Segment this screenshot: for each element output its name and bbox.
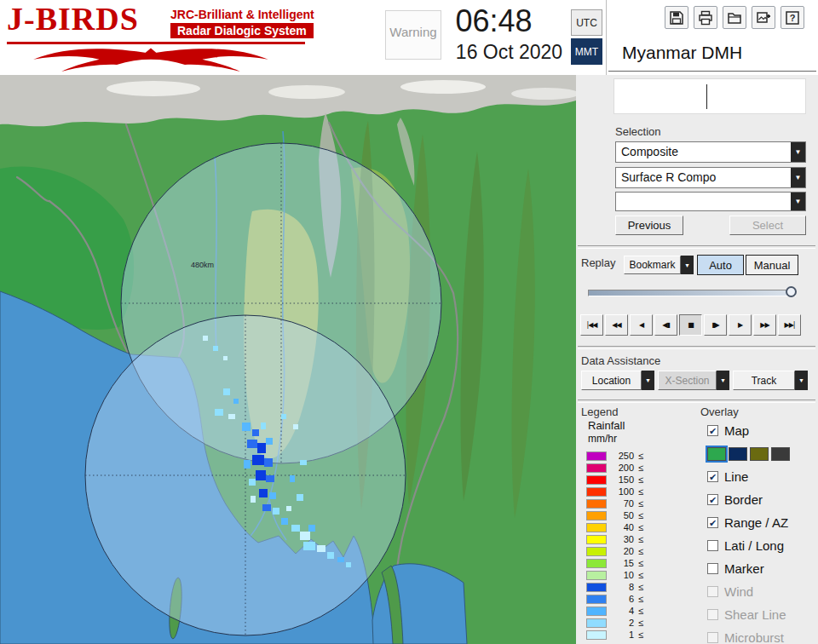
legend-unit: mm/hr — [588, 433, 617, 445]
playback-play-button[interactable]: ▶ — [729, 314, 752, 336]
bookmark-button-label[interactable]: Bookmark — [624, 256, 681, 274]
select-button[interactable]: Select — [729, 216, 806, 235]
playback-fast-forward-button[interactable]: ▶▶ — [753, 314, 776, 336]
legend-title: Rainfall — [588, 419, 625, 432]
overlay-marker[interactable]: Marker — [707, 561, 816, 577]
legend-entry: 100≤ — [586, 486, 643, 497]
chevron-down-icon[interactable]: ▼ — [791, 142, 805, 162]
legend-entry: 20≤ — [586, 545, 643, 557]
divider — [578, 400, 815, 403]
legend-color-swatch — [586, 595, 607, 604]
radar-map-display[interactable]: 480km — [0, 75, 576, 644]
checkbox[interactable]: ✔ — [707, 517, 718, 528]
chevron-down-icon[interactable]: ▼ — [791, 168, 805, 187]
playback-forward-to-end-button[interactable]: ▶▶| — [778, 314, 801, 336]
product-dropdown-value: Composite — [621, 145, 678, 158]
divider — [578, 346, 815, 349]
playback-step-forward-button[interactable]: ▮▶ — [704, 314, 727, 336]
playback-step-back-button[interactable]: ◀▮ — [654, 314, 677, 336]
legend-value: 15 — [608, 558, 634, 568]
playback-fast-rewind-button[interactable]: ◀◀ — [605, 314, 628, 336]
save-icon[interactable] — [665, 6, 688, 29]
overlay-line[interactable]: ✔Line — [707, 469, 816, 485]
map-style-swatch[interactable] — [771, 447, 790, 461]
track-button-label[interactable]: Track — [733, 371, 795, 390]
legend-lte-sign: ≤ — [638, 522, 643, 532]
warning-button[interactable]: Warning — [385, 10, 441, 60]
overlay-item-label: Marker — [724, 561, 764, 576]
checkbox[interactable]: ✔ — [707, 471, 718, 482]
legend-lte-sign: ≤ — [638, 486, 643, 497]
elevation-dropdown[interactable]: ▼ — [615, 192, 806, 211]
replay-timeline-handle[interactable] — [786, 286, 797, 297]
utc-toggle-button[interactable]: UTC — [571, 9, 602, 36]
previous-button[interactable]: Previous — [615, 216, 683, 235]
legend-color-swatch — [586, 475, 607, 485]
playback-controls: |◀◀◀◀◀◀▮■▮▶▶▶▶▶▶| — [580, 314, 801, 336]
legend-entry: 2≤ — [586, 617, 643, 629]
legend-color-swatch — [586, 607, 607, 616]
checkbox[interactable] — [707, 540, 718, 551]
mmt-toggle-button[interactable]: MMT — [571, 38, 602, 65]
map-style-swatch[interactable] — [750, 447, 769, 461]
product-query-box[interactable] — [614, 78, 806, 114]
checkbox — [707, 586, 718, 597]
x-section-button-label[interactable]: X-Section — [658, 371, 717, 390]
folder-open-icon[interactable] — [723, 6, 746, 29]
subproduct-dropdown[interactable]: Surface R Compo ▼ — [615, 167, 806, 188]
checkbox[interactable]: ✔ — [707, 494, 718, 505]
manual-mode-button[interactable]: Manual — [746, 255, 798, 275]
product-dropdown[interactable]: Composite ▼ — [615, 141, 806, 163]
legend-color-swatch — [586, 630, 607, 640]
playback-rewind-to-start-button[interactable]: |◀◀ — [580, 314, 603, 336]
location-button[interactable]: Location ▼ — [581, 371, 654, 390]
divider — [578, 245, 815, 249]
print-icon[interactable] — [694, 6, 717, 29]
legend-value: 250 — [608, 451, 634, 461]
legend-color-swatch — [586, 547, 607, 556]
overlay-border[interactable]: ✔Border — [707, 492, 816, 508]
chevron-down-icon[interactable]: ▼ — [791, 193, 805, 210]
selection-label: Selection — [615, 125, 660, 138]
bookmark-button[interactable]: Bookmark ▼ — [624, 256, 694, 274]
checkbox — [707, 632, 718, 643]
overlay-options: ✔Map✔Line✔Border✔Range / AZLati / LongMa… — [707, 423, 816, 644]
overlay-map[interactable]: ✔Map — [707, 423, 816, 439]
legend-entry: 70≤ — [586, 497, 643, 509]
chevron-down-icon[interactable]: ▼ — [642, 371, 654, 390]
track-button[interactable]: Track ▼ — [733, 371, 808, 390]
legend-value: 200 — [608, 463, 634, 473]
overlay-item-label: Shear Line — [724, 607, 786, 622]
legend-color-swatch — [586, 523, 607, 532]
eagle-logo-icon — [19, 44, 283, 72]
checkbox[interactable]: ✔ — [707, 425, 718, 436]
location-button-label[interactable]: Location — [581, 371, 642, 390]
overlay-lati-long[interactable]: Lati / Long — [707, 538, 816, 554]
legend-value: 40 — [608, 522, 634, 532]
overlay-range-az[interactable]: ✔Range / AZ — [707, 515, 816, 531]
legend-color-swatch — [586, 535, 607, 544]
data-assistance-label: Data Assistance — [581, 354, 660, 367]
overlay-shear-line: Shear Line — [707, 607, 816, 623]
checkbox[interactable] — [707, 563, 718, 574]
legend-lte-sign: ≤ — [638, 463, 643, 473]
chevron-down-icon[interactable]: ▼ — [795, 371, 808, 390]
legend-value: 30 — [608, 534, 634, 544]
legend-value: 1 — [608, 630, 634, 640]
logo-subtitle-line2: Radar Dialogic System — [170, 23, 314, 38]
export-image-icon[interactable] — [752, 6, 775, 29]
chevron-down-icon[interactable]: ▼ — [681, 256, 694, 274]
replay-timeline-track[interactable] — [588, 290, 796, 296]
chevron-down-icon[interactable]: ▼ — [717, 371, 729, 390]
map-style-swatch[interactable] — [707, 447, 726, 461]
playback-stop-button[interactable]: ■ — [679, 314, 702, 336]
help-icon[interactable]: ? — [781, 6, 804, 29]
map-style-swatch[interactable] — [729, 447, 747, 461]
legend-entry: 4≤ — [586, 605, 643, 617]
auto-mode-button[interactable]: Auto — [697, 255, 744, 275]
overlay-item-label: Microburst — [724, 630, 784, 644]
x-section-button[interactable]: X-Section ▼ — [658, 371, 729, 390]
text-cursor — [706, 84, 707, 109]
playback-play-reverse-button[interactable]: ◀ — [630, 314, 653, 336]
legend-lte-sign: ≤ — [638, 630, 643, 640]
